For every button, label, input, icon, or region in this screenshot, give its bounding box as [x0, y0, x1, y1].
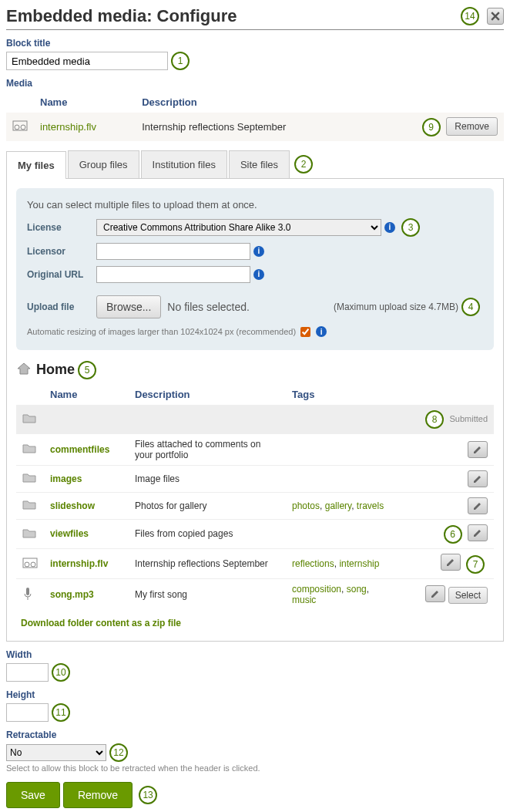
block-title-label: Block title [6, 38, 504, 49]
svg-point-1 [15, 125, 19, 130]
marker-14: 14 [461, 7, 479, 25]
close-button[interactable] [487, 8, 504, 25]
pencil-icon [473, 445, 482, 454]
height-label: Height [6, 689, 504, 700]
upload-box: You can select multiple files to upload … [16, 188, 494, 350]
col-name: Name [44, 384, 129, 406]
audio-icon [22, 592, 33, 603]
file-name-link[interactable]: commentfiles [50, 444, 109, 455]
marker-13: 13 [139, 786, 157, 804]
info-icon[interactable]: i [253, 246, 264, 257]
retractable-label: Retractable [6, 729, 504, 740]
no-files-text: No files selected. [167, 301, 250, 313]
tab-my-files[interactable]: My files [6, 151, 66, 179]
block-title-input[interactable] [6, 52, 168, 70]
svg-rect-6 [26, 588, 29, 595]
file-desc: My first song [129, 579, 286, 611]
marker-2: 2 [294, 155, 313, 174]
original-url-label: Original URL [27, 269, 96, 280]
tag-link[interactable]: gallery [325, 500, 351, 511]
folder-icon [22, 415, 36, 426]
file-desc: Files from copied pages [129, 519, 286, 549]
page-title: Embedded media: Configure 14 [6, 6, 504, 30]
marker-5: 5 [78, 361, 96, 379]
licensor-label: Licensor [27, 246, 96, 257]
title-prefix: Embedded media: [6, 6, 157, 25]
retractable-help: Select to allow this block to be retract… [6, 763, 504, 773]
info-icon[interactable]: i [253, 269, 264, 280]
table-row: internship.flv Internship reflections Se… [16, 549, 494, 579]
tag-link[interactable]: music [292, 595, 316, 605]
tab-group-files[interactable]: Group files [68, 150, 139, 178]
height-input[interactable] [6, 703, 49, 722]
marker-1: 1 [171, 52, 190, 70]
svg-point-2 [21, 125, 25, 130]
select-button[interactable]: Select [448, 587, 488, 604]
edit-button[interactable] [441, 554, 461, 571]
col-tags: Tags [286, 384, 401, 406]
download-zip-link[interactable]: Download folder content as a zip file [21, 618, 181, 628]
edit-button[interactable] [468, 524, 488, 541]
retractable-select[interactable]: No [6, 744, 106, 761]
tag-link[interactable]: travels [357, 500, 384, 511]
media-label: Media [6, 78, 504, 89]
table-row: viewfiles Files from copied pages 6 [16, 519, 494, 549]
edit-button[interactable] [468, 470, 488, 487]
remove-button[interactable]: Remove [63, 782, 133, 808]
file-desc: Image files [129, 465, 286, 492]
tag-link[interactable]: composition [292, 584, 341, 595]
marker-4: 4 [461, 298, 480, 316]
edit-button[interactable] [425, 585, 445, 602]
width-input[interactable] [6, 663, 49, 682]
marker-7: 7 [466, 555, 485, 574]
licensor-input[interactable] [96, 243, 250, 260]
marker-8: 8 [425, 410, 444, 429]
file-name-link[interactable]: images [50, 473, 82, 484]
file-name-link[interactable]: song.mp3 [50, 589, 94, 600]
resize-checkbox[interactable] [300, 327, 310, 337]
tag-link[interactable]: reflections [292, 558, 334, 569]
attached-media-name[interactable]: internship.flv [40, 121, 96, 133]
max-upload-size: (Maximum upload size 4.7MB) [334, 302, 458, 312]
file-name-link[interactable]: slideshow [50, 500, 95, 511]
folder-icon [22, 530, 36, 541]
file-tabs: My files Group files Institution files S… [6, 150, 504, 178]
pencil-icon [473, 474, 482, 483]
breadcrumb-home[interactable]: Home [36, 362, 75, 378]
folder-icon [22, 501, 36, 512]
tab-site-files[interactable]: Site files [229, 150, 290, 178]
video-icon [22, 560, 38, 571]
info-icon[interactable]: i [316, 326, 327, 337]
table-row: commentfiles Files attached to comments … [16, 433, 494, 465]
tag-link[interactable]: photos [292, 500, 320, 511]
resize-note: Automatic resizing of images larger than… [27, 327, 296, 336]
license-label: License [27, 222, 96, 233]
marker-11: 11 [52, 703, 70, 722]
pencil-icon [431, 589, 440, 598]
tab-institution-files[interactable]: Institution files [141, 150, 227, 178]
table-row: slideshow Photos for gallery photos, gal… [16, 492, 494, 519]
table-row: song.mp3 My first song composition, song… [16, 579, 494, 611]
width-label: Width [6, 649, 504, 660]
tag-link[interactable]: internship [339, 558, 379, 569]
tag-link[interactable]: song [347, 584, 367, 595]
browse-button[interactable]: Browse... [96, 295, 161, 318]
file-desc: Files attached to comments on your portf… [129, 433, 286, 465]
video-icon [12, 122, 28, 133]
marker-10: 10 [52, 663, 70, 682]
remove-media-button[interactable]: Remove [446, 117, 498, 136]
save-button[interactable]: Save [6, 782, 60, 808]
file-name-link[interactable]: internship.flv [50, 558, 108, 569]
edit-button[interactable] [468, 441, 488, 458]
original-url-input[interactable] [96, 266, 250, 283]
marker-9: 9 [422, 118, 441, 136]
svg-point-4 [25, 562, 29, 567]
file-desc: Photos for gallery [129, 492, 286, 519]
edit-button[interactable] [468, 497, 488, 514]
pencil-icon [473, 501, 482, 510]
submitted-row: 8 Submitted [16, 405, 494, 433]
file-name-link[interactable]: viewfiles [50, 528, 89, 539]
license-select[interactable]: Creative Commons Attribution Share Alike… [96, 219, 381, 236]
pencil-icon [473, 528, 482, 537]
info-icon[interactable]: i [384, 222, 395, 233]
